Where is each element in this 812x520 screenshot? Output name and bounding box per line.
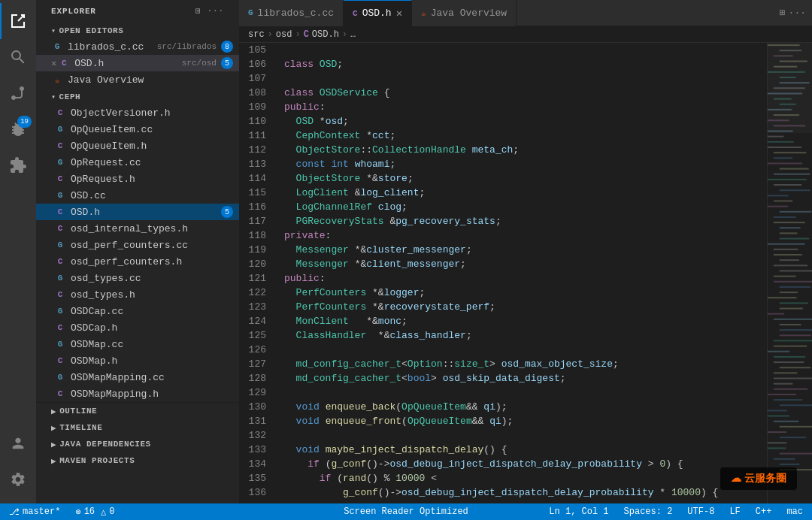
breadcrumb-ellipsis[interactable]: … [350, 29, 356, 40]
bottom-panels: ▶ OUTLINE ▶ TIMELINE ▶ JAVA DEPENDENCIES… [36, 402, 239, 469]
librados-badge: 8 [221, 41, 233, 53]
ceph-osdmap-h[interactable]: C OSDMap.h [36, 352, 239, 369]
breadcrumb-sep3: › [342, 29, 347, 40]
code-editor[interactable]: 1051061071081091101111121131141151161171… [239, 43, 767, 503]
ceph-objectversioner[interactable]: C ObjectVersioner.h [36, 104, 239, 121]
ceph-osdmapmapping-cc[interactable]: G OSDMapMapping.cc [36, 369, 239, 385]
new-file-icon[interactable]: ⊞ [195, 6, 201, 16]
split-editor-icon[interactable]: ⊞ [780, 7, 786, 19]
lang-text: C++ [756, 506, 772, 517]
ceph-osdmapmapping-h[interactable]: C OSDMapMapping.h [36, 385, 239, 402]
tab-bar: G librados_c.cc C OSD.h ✕ ☕ Java Overvie… [239, 0, 812, 26]
ceph-osd-h[interactable]: C OSD.h 5 [36, 204, 239, 220]
breadcrumb-src[interactable]: src [248, 29, 265, 40]
open-editor-osdh[interactable]: ✕ C OSD.h src/osd 5 [36, 55, 239, 71]
ceph-oprequest-h[interactable]: C OpRequest.h [36, 171, 239, 187]
timeline-panel[interactable]: ▶ TIMELINE [36, 419, 239, 436]
errors-status[interactable]: ⊗ 16 △ 0 [72, 503, 117, 520]
java-deps-panel[interactable]: ▶ JAVA DEPENDENCIES [36, 436, 239, 452]
osdmapmapping-h-name: OSDMapMapping.h [71, 388, 239, 400]
ceph-osd-perf-cc[interactable]: G osd_perf_counters.cc [36, 237, 239, 253]
activity-bar: 19 [0, 0, 36, 503]
more-actions-icon[interactable]: ··· [789, 8, 806, 19]
ceph-osdmap-cc[interactable]: G OSDMap.cc [36, 336, 239, 352]
eol-status[interactable]: LF [726, 503, 743, 520]
ceph-section-title[interactable]: ▾ CEPH [36, 88, 239, 104]
tab-osdh[interactable]: C OSD.h ✕ [344, 0, 412, 26]
breadcrumb-osd[interactable]: osd [276, 29, 292, 40]
tab-osdh-close[interactable]: ✕ [396, 8, 402, 19]
osd-cc-icon: G [54, 189, 66, 201]
screen-reader-status[interactable]: Screen Reader Optimized [341, 503, 471, 520]
activity-bar-debug[interactable]: 19 [0, 111, 36, 147]
status-left: ⎇ master* ⊗ 16 △ 0 [6, 503, 118, 520]
oprequest-h-icon: C [54, 173, 66, 185]
ceph-osd-perf-h[interactable]: C osd_perf_counters.h [36, 253, 239, 270]
editor-area: G librados_c.cc C OSD.h ✕ ☕ Java Overvie… [239, 0, 812, 503]
feedback-status[interactable]: mac [783, 503, 806, 520]
lang-status[interactable]: C++ [753, 503, 775, 520]
tab-java[interactable]: ☕ Java Overview [412, 0, 517, 26]
ceph-oprequest-cc[interactable]: G OpRequest.cc [36, 154, 239, 171]
error-count: 16 [84, 506, 95, 517]
git-branch-icon: ⎇ [9, 506, 20, 518]
ceph-osdcap-h[interactable]: C OSDCap.h [36, 319, 239, 336]
activity-bar-search[interactable] [0, 39, 36, 75]
java-name: Java Overview [68, 74, 239, 86]
objectversioner-icon: C [54, 107, 66, 119]
position-status[interactable]: Ln 1, Col 1 [546, 503, 611, 520]
ceph-opqueueitem-cc[interactable]: G OpQueueItem.cc [36, 121, 239, 138]
ceph-osdcap-cc[interactable]: G OSDCap.cc [36, 303, 239, 319]
ceph-osd-cc[interactable]: G OSD.cc [36, 187, 239, 204]
status-bar: ⎇ master* ⊗ 16 △ 0 Screen Reader Optimiz… [0, 503, 812, 520]
git-branch-status[interactable]: ⎇ master* [6, 503, 63, 520]
spaces-text: Spaces: 2 [624, 506, 673, 517]
open-editors-section[interactable]: ▾ OPEN EDITORS [36, 22, 239, 38]
osd-perf-cc-icon: G [54, 239, 66, 251]
activity-bar-explorer[interactable] [0, 3, 36, 39]
breadcrumb-osdh[interactable]: OSD.h [312, 29, 339, 40]
oprequest-h-name: OpRequest.h [71, 174, 239, 185]
ceph-osd-types-h[interactable]: C osd_types.h [36, 286, 239, 303]
outline-panel[interactable]: ▶ OUTLINE [36, 403, 239, 419]
encoding-status[interactable]: UTF-8 [684, 503, 717, 520]
code-content[interactable]: class OSD; class OSDService {public: OSD… [275, 43, 767, 503]
osdh-close[interactable]: ✕ [51, 58, 56, 69]
librados-icon: G [51, 41, 63, 53]
osd-types-cc-name: osd_types.cc [71, 273, 239, 284]
osdcap-h-name: OSDCap.h [71, 322, 239, 334]
osd-internal-name: osd_internal_types.h [71, 223, 239, 234]
spaces-status[interactable]: Spaces: 2 [621, 503, 676, 520]
tab-osdh-name: OSD.h [362, 8, 392, 19]
activity-bar-extensions[interactable] [0, 147, 36, 183]
opqueueitem-cc-name: OpQueueItem.cc [71, 124, 239, 135]
minimap [767, 43, 812, 503]
ceph-arrow: ▾ [51, 92, 56, 101]
objectversioner-name: ObjectVersioner.h [71, 107, 239, 119]
activity-bar-scm[interactable] [0, 75, 36, 111]
osdmap-cc-icon: G [54, 338, 66, 350]
osdh-icon: C [58, 57, 70, 69]
maven-panel[interactable]: ▶ MAVEN PROJECTS [36, 452, 239, 469]
sidebar-header: EXPLORER ⊞ ··· [36, 0, 239, 22]
tab-librados[interactable]: G librados_c.cc [239, 0, 344, 26]
oprequest-cc-icon: G [54, 156, 66, 168]
ceph-files: C ObjectVersioner.h G OpQueueItem.cc C O… [36, 104, 239, 402]
open-editor-librados[interactable]: G librados_c.cc src/librados 8 [36, 38, 239, 55]
open-editor-java[interactable]: ☕ Java Overview [36, 71, 239, 88]
osd-types-h-name: osd_types.h [71, 289, 239, 301]
tab-librados-name: librados_c.cc [258, 8, 334, 19]
ceph-osd-internal[interactable]: C osd_internal_types.h [36, 220, 239, 237]
activity-bar-accounts[interactable] [0, 425, 36, 461]
feedback-text: mac [786, 506, 803, 517]
osd-types-h-icon: C [54, 289, 66, 301]
sidebar-title: EXPLORER [51, 7, 96, 16]
more-options-icon[interactable]: ··· [208, 6, 224, 16]
ceph-opqueueitem-h[interactable]: C OpQueueItem.h [36, 138, 239, 154]
breadcrumb: src › osd › C OSD.h › … [239, 26, 812, 43]
activity-bar-settings[interactable] [0, 461, 36, 497]
ceph-osd-types-cc[interactable]: G osd_types.cc [36, 270, 239, 286]
timeline-arrow: ▶ [51, 423, 56, 433]
osdmap-cc-name: OSDMap.cc [71, 339, 239, 350]
tab-osdh-icon: C [353, 9, 358, 18]
